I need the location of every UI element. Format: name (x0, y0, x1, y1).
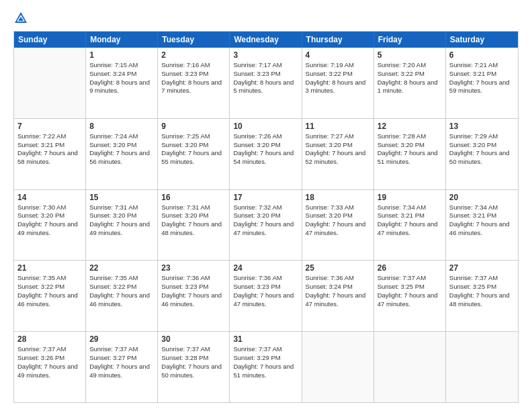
calendar-cell: 2Sunrise: 7:16 AMSunset: 3:23 PMDaylight… (158, 48, 230, 118)
sunrise-time: Sunrise: 7:21 AM (449, 61, 515, 70)
sunset-time: Sunset: 3:20 PM (17, 212, 82, 220)
sunrise-time: Sunrise: 7:17 AM (233, 61, 298, 70)
calendar-cell: 31Sunrise: 7:37 AMSunset: 3:29 PMDayligh… (230, 332, 302, 402)
header-day-friday: Friday (374, 32, 446, 48)
sunset-time: Sunset: 3:29 PM (233, 354, 298, 363)
calendar-cell: 14Sunrise: 7:30 AMSunset: 3:20 PMDayligh… (14, 190, 86, 261)
header-day-monday: Monday (86, 32, 158, 48)
calendar-cell: 16Sunrise: 7:31 AMSunset: 3:20 PMDayligh… (158, 190, 230, 261)
daylight-hours: Daylight: 7 hours and 47 minutes. (233, 220, 298, 238)
calendar-cell: 22Sunrise: 7:35 AMSunset: 3:22 PMDayligh… (86, 261, 158, 331)
sunset-time: Sunset: 3:22 PM (306, 70, 370, 79)
sunrise-time: Sunrise: 7:33 AM (306, 203, 370, 212)
day-number: 11 (306, 122, 370, 131)
header-day-thursday: Thursday (302, 32, 374, 48)
daylight-hours: Daylight: 7 hours and 50 minutes. (161, 363, 226, 380)
daylight-hours: Daylight: 7 hours and 46 minutes. (89, 291, 154, 309)
daylight-hours: Daylight: 7 hours and 48 minutes. (449, 291, 515, 309)
day-number: 22 (89, 263, 154, 273)
calendar-cell: 29Sunrise: 7:37 AMSunset: 3:27 PMDayligh… (86, 332, 158, 402)
day-number: 21 (17, 263, 82, 273)
calendar-row-5: 28Sunrise: 7:37 AMSunset: 3:26 PMDayligh… (14, 332, 518, 402)
daylight-hours: Daylight: 7 hours and 55 minutes. (161, 149, 226, 167)
sunrise-time: Sunrise: 7:26 AM (233, 132, 298, 141)
day-number: 24 (233, 263, 298, 273)
day-number: 8 (89, 122, 154, 131)
calendar-cell: 8Sunrise: 7:24 AMSunset: 3:20 PMDaylight… (86, 119, 158, 189)
calendar-cell: 30Sunrise: 7:37 AMSunset: 3:28 PMDayligh… (158, 332, 230, 402)
daylight-hours: Daylight: 7 hours and 50 minutes. (449, 149, 515, 167)
sunset-time: Sunset: 3:22 PM (378, 70, 442, 79)
sunset-time: Sunset: 3:24 PM (306, 283, 370, 291)
day-number: 5 (378, 50, 442, 60)
sunset-time: Sunset: 3:23 PM (161, 70, 226, 79)
calendar-row-2: 7Sunrise: 7:22 AMSunset: 3:21 PMDaylight… (14, 119, 518, 190)
day-number: 31 (233, 334, 298, 344)
sunset-time: Sunset: 3:26 PM (17, 354, 82, 363)
sunset-time: Sunset: 3:20 PM (89, 212, 154, 220)
daylight-hours: Daylight: 7 hours and 56 minutes. (89, 149, 154, 167)
daylight-hours: Daylight: 7 hours and 51 minutes. (378, 149, 442, 167)
calendar-cell: 4Sunrise: 7:19 AMSunset: 3:22 PMDaylight… (302, 48, 374, 118)
sunset-time: Sunset: 3:25 PM (378, 283, 442, 291)
calendar-cell: 27Sunrise: 7:37 AMSunset: 3:25 PMDayligh… (446, 261, 518, 331)
sunset-time: Sunset: 3:20 PM (378, 141, 442, 150)
sunrise-time: Sunrise: 7:36 AM (161, 274, 226, 283)
daylight-hours: Daylight: 7 hours and 49 minutes. (17, 363, 82, 380)
calendar-row-1: 1Sunrise: 7:15 AMSunset: 3:24 PMDaylight… (14, 48, 518, 119)
sunrise-time: Sunrise: 7:37 AM (161, 345, 226, 354)
daylight-hours: Daylight: 7 hours and 51 minutes. (233, 363, 298, 380)
daylight-hours: Daylight: 7 hours and 48 minutes. (161, 220, 226, 238)
day-number: 13 (449, 122, 515, 131)
daylight-hours: Daylight: 7 hours and 49 minutes. (89, 220, 154, 238)
daylight-hours: Daylight: 7 hours and 47 minutes. (306, 220, 370, 238)
daylight-hours: Daylight: 7 hours and 58 minutes. (17, 149, 82, 167)
calendar-cell: 18Sunrise: 7:33 AMSunset: 3:20 PMDayligh… (302, 190, 374, 261)
daylight-hours: Daylight: 7 hours and 46 minutes. (17, 291, 82, 309)
calendar-cell: 20Sunrise: 7:34 AMSunset: 3:21 PMDayligh… (446, 190, 518, 261)
day-number: 20 (449, 193, 515, 202)
page-header (13, 11, 519, 26)
day-number: 29 (89, 334, 154, 344)
day-number: 10 (233, 122, 298, 131)
day-number: 2 (161, 50, 226, 60)
sunrise-time: Sunrise: 7:30 AM (17, 203, 82, 212)
logo-icon (13, 11, 28, 26)
sunset-time: Sunset: 3:22 PM (89, 283, 154, 291)
day-number: 16 (161, 193, 226, 202)
sunrise-time: Sunrise: 7:34 AM (449, 203, 515, 212)
sunset-time: Sunset: 3:28 PM (161, 354, 226, 363)
daylight-hours: Daylight: 8 hours and 1 minute. (378, 79, 442, 96)
day-number: 12 (378, 122, 442, 131)
calendar-cell (302, 332, 374, 402)
daylight-hours: Daylight: 7 hours and 54 minutes. (233, 149, 298, 167)
day-number: 27 (449, 263, 515, 273)
calendar-cell: 12Sunrise: 7:28 AMSunset: 3:20 PMDayligh… (374, 119, 446, 189)
sunrise-time: Sunrise: 7:32 AM (233, 203, 298, 212)
sunrise-time: Sunrise: 7:16 AM (161, 61, 226, 70)
sunrise-time: Sunrise: 7:37 AM (378, 274, 442, 283)
sunrise-time: Sunrise: 7:36 AM (233, 274, 298, 283)
sunset-time: Sunset: 3:20 PM (233, 141, 298, 150)
daylight-hours: Daylight: 8 hours and 5 minutes. (233, 79, 298, 96)
sunset-time: Sunset: 3:20 PM (161, 141, 226, 150)
calendar-page: SundayMondayTuesdayWednesdayThursdayFrid… (0, 0, 532, 411)
sunrise-time: Sunrise: 7:35 AM (17, 274, 82, 283)
calendar-cell: 15Sunrise: 7:31 AMSunset: 3:20 PMDayligh… (86, 190, 158, 261)
day-number: 17 (233, 193, 298, 202)
calendar-cell: 11Sunrise: 7:27 AMSunset: 3:20 PMDayligh… (302, 119, 374, 189)
sunrise-time: Sunrise: 7:20 AM (378, 61, 442, 70)
day-number: 23 (161, 263, 226, 273)
calendar-cell (14, 48, 86, 118)
day-number: 18 (306, 193, 370, 202)
calendar-header: SundayMondayTuesdayWednesdayThursdayFrid… (14, 32, 518, 48)
header-day-sunday: Sunday (14, 32, 86, 48)
sunrise-time: Sunrise: 7:25 AM (161, 132, 226, 141)
day-number: 30 (161, 334, 226, 344)
daylight-hours: Daylight: 7 hours and 46 minutes. (449, 220, 515, 238)
sunrise-time: Sunrise: 7:37 AM (233, 345, 298, 354)
daylight-hours: Daylight: 7 hours and 49 minutes. (17, 220, 82, 238)
day-number: 19 (378, 193, 442, 202)
day-number: 15 (89, 193, 154, 202)
day-number: 25 (306, 263, 370, 273)
